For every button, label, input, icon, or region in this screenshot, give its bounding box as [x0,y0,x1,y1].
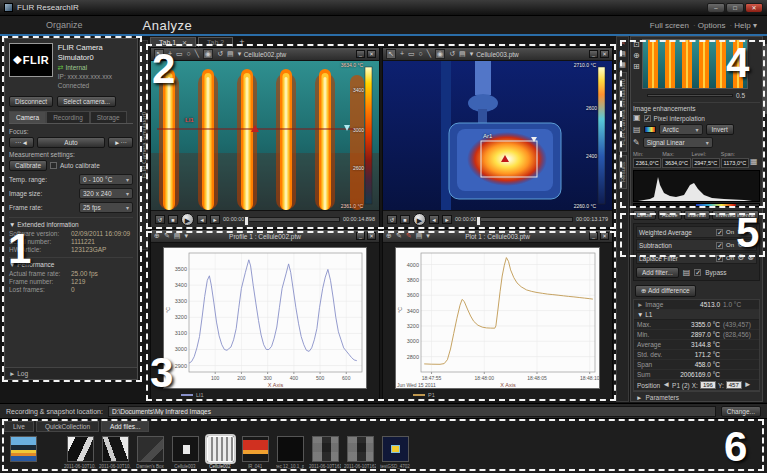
recording-location-input[interactable] [108,406,716,417]
eye-icon[interactable]: ◉ [203,49,213,59]
file-thumbnail[interactable] [242,436,269,462]
minimize-view-button[interactable]: _ [589,232,598,240]
pixel-interpolation-checkbox[interactable]: ✓ [644,115,651,122]
pencil-icon[interactable]: ✎ [396,232,402,240]
tab-2[interactable]: Tab 2 [198,37,233,47]
change-location-button[interactable]: Change... [721,406,761,417]
close-view-button[interactable]: ✕ [367,232,376,240]
play-button[interactable]: ▶ [413,213,426,226]
filter-enabled-checkbox[interactable]: ✓ [716,255,723,262]
menu-help[interactable]: Help ▾ [729,21,757,30]
gear-icon[interactable]: ⚙ [737,241,744,249]
menu-analyze[interactable]: Analyze [143,18,193,33]
filter-row-subtraction[interactable]: Subtraction ✓ On ⚙ ⊗ [636,239,757,251]
file-thumbnail[interactable] [347,436,374,462]
disconnect-button[interactable]: Disconnect [9,96,53,107]
grid-icon[interactable]: ▦ [619,61,626,69]
max-value[interactable]: 3634,0°C [662,158,690,168]
save-icon[interactable]: ▤ [459,50,466,58]
scale-mode-select[interactable]: Signal Linear▾ [643,137,713,148]
pan-icon[interactable]: ⊕ [386,232,392,240]
pan-icon[interactable]: ⊕ [154,232,160,240]
thermal-image-right[interactable]: 2710.0 °C 2600 2400 2260.0 °C Ar1 [383,61,612,210]
live-thumbnail[interactable] [10,436,37,462]
prev-marker-icon[interactable]: ◄ [662,381,670,389]
focus-far-button[interactable]: ►··· [108,137,133,148]
min-value[interactable]: 2361,0°C [633,158,661,168]
below-button[interactable]: Below [633,210,656,220]
gear-icon[interactable]: ⚙ [737,254,744,262]
minimize-button[interactable]: – [707,3,725,13]
chevron-down-icon[interactable]: ▾ [426,232,430,240]
file-thumbnail[interactable] [382,436,409,462]
line-roi-icon[interactable]: ╲ [195,50,199,58]
pencil-icon[interactable]: ✎ [620,39,626,47]
add-difference-button[interactable]: ⊕ Add difference [635,285,696,297]
file-thumbnail-selected[interactable] [207,436,234,462]
histogram-icon[interactable]: ▦ [750,158,760,168]
span-value[interactable]: 1173,0°C [721,158,749,168]
ellipse-roi-icon[interactable]: ○ [187,50,191,58]
file-thumbnail[interactable] [312,436,339,462]
x-position-field[interactable]: 196 [700,381,716,389]
scrollbar[interactable] [763,36,767,402]
profile-plot[interactable]: 2900300031003200330034003500100200300400… [151,243,379,400]
next-marker-icon[interactable]: ► [744,381,752,389]
tab-storage[interactable]: Storage [90,111,127,123]
temporal-plot[interactable]: 280030003200340036003800400018:47:5518:4… [383,243,612,400]
histogram[interactable] [633,170,760,202]
save-icon[interactable]: ▤ [174,232,181,240]
temp-range-select[interactable]: 0 - 100 °C▾ [79,174,133,185]
roi-group-header[interactable]: ▼ L1 [634,310,759,320]
filter-row-weighted-average[interactable]: Weighted Average ✓ On ⚙ ⊗ [636,226,757,238]
rotate-icon[interactable]: ↺ [449,50,455,58]
auto-calibrate-checkbox[interactable] [50,162,57,169]
layers-icon[interactable]: ▤ [619,50,626,58]
filter-enabled-checkbox[interactable]: ✓ [716,242,723,249]
parameters-section[interactable]: ► Parameters [633,391,760,402]
filmstrip-tab-live[interactable]: Live [4,421,34,432]
seek-bar[interactable] [247,217,339,222]
image-stats-row[interactable]: ► Image 4513.0 1.0 °C [634,300,759,310]
invert-button[interactable]: Invert [706,124,734,135]
stop-icon[interactable]: ■ [168,215,178,224]
save-icon[interactable]: ▤ [416,232,423,240]
fit-to-window-icon[interactable]: ⊡ [633,41,640,49]
eye-icon[interactable]: ◉ [435,49,445,59]
file-thumbnail[interactable] [102,436,129,462]
crosshair-tool-icon[interactable]: + [168,50,172,58]
rectangle-roi-icon[interactable]: ▭ [176,50,183,58]
menu-full-screen[interactable]: Full screen [650,21,689,30]
file-thumbnail[interactable] [67,436,94,462]
rectangle-roi-icon[interactable]: ▭ [408,50,415,58]
camera-panel-collapsed-tab[interactable]: FLIR Camera Simulator0 [139,40,148,250]
stop-icon[interactable]: ■ [400,215,410,224]
level-value[interactable]: 2947,5°C [692,158,720,168]
chevron-down-icon[interactable]: ▾ [470,50,474,58]
red-pencil-icon[interactable]: ✎ [406,232,412,240]
y-position-field[interactable]: 457 [726,381,742,389]
filter-row-laplace[interactable]: Laplace Filter ✓ On ⚙ ⊗ [636,252,757,264]
pencil-icon[interactable]: ✎ [164,232,170,240]
minimize-view-button[interactable]: _ [356,232,365,240]
pan-icon[interactable]: ⊕ [633,52,640,60]
loop-icon[interactable]: ↺ [387,215,397,224]
tab-recording[interactable]: Recording [46,111,90,123]
add-filter-button[interactable]: Add filter... [636,267,679,278]
focus-auto-button[interactable]: Auto [37,137,105,148]
ellipse-roi-icon[interactable]: ○ [419,50,423,58]
file-thumbnail[interactable] [137,436,164,462]
close-view-button[interactable]: ✕ [600,50,609,58]
crosshair-tool-icon[interactable]: + [400,50,404,58]
log-section[interactable]: ► Log [5,367,137,379]
line-roi-icon[interactable]: ╲ [427,50,431,58]
zoom-slider[interactable] [647,94,733,97]
cursor-tool-icon[interactable]: ↖ [154,49,164,59]
side-tab-camera-simulator[interactable]: FLIR Camera Simulator0 [619,72,627,152]
frame-rate-select[interactable]: 25 fps▾ [79,202,133,213]
close-view-button[interactable]: ✕ [600,232,609,240]
tab-close-icon[interactable]: ✕ [182,40,187,46]
save-icon[interactable]: ▤ [683,269,691,277]
palette-select[interactable]: Arctic▾ [659,124,703,135]
image-size-select[interactable]: 320 x 240▾ [79,188,133,199]
